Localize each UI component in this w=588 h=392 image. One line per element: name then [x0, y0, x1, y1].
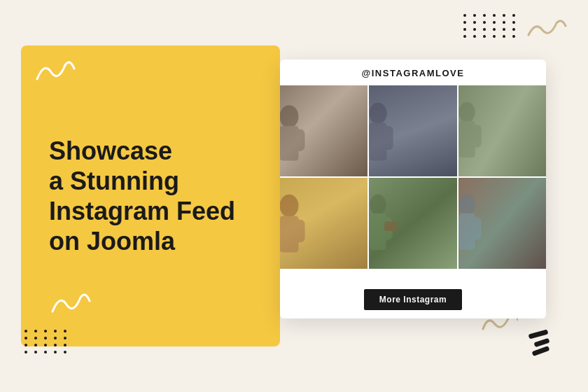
svg-rect-7 [383, 126, 393, 150]
dots-top-right-decoration [463, 14, 518, 38]
svg-rect-23 [458, 217, 463, 239]
svg-rect-15 [294, 220, 304, 242]
squiggle-top-right-icon [525, 18, 567, 42]
page-container: Showcase a Stunning Instagram Feed on Jo… [0, 0, 588, 392]
svg-rect-18 [369, 217, 373, 239]
squiggle-top-left-icon [34, 58, 76, 86]
more-instagram-button[interactable]: More Instagram [364, 289, 462, 310]
photo-cell-5 [369, 178, 456, 269]
photo-cell-2 [369, 85, 456, 176]
svg-point-21 [458, 195, 475, 215]
photo-cell-4 [280, 178, 368, 269]
svg-rect-11 [471, 125, 481, 147]
svg-rect-6 [369, 126, 372, 150]
dots-bottom-left-decoration [24, 330, 69, 354]
svg-point-12 [280, 195, 298, 217]
left-panel: Showcase a Stunning Instagram Feed on Jo… [21, 46, 280, 346]
instagram-feed-card: @INSTAGRAMLOVE [280, 59, 546, 318]
svg-rect-3 [293, 130, 304, 152]
photo-cell-3 [458, 85, 546, 176]
svg-point-8 [458, 102, 475, 122]
svg-rect-2 [280, 130, 284, 152]
svg-point-0 [280, 105, 298, 127]
svg-rect-10 [458, 125, 463, 147]
photo-cell-6 [458, 178, 546, 269]
headline: Showcase a Stunning Instagram Feed on Jo… [49, 136, 235, 257]
dashes-decoration [528, 328, 550, 357]
feed-footer: More Instagram [280, 281, 546, 318]
svg-rect-24 [471, 217, 481, 239]
svg-point-16 [370, 195, 386, 215]
svg-rect-14 [280, 220, 284, 242]
photo-cell-1 [280, 85, 368, 176]
svg-point-4 [369, 103, 386, 125]
instagram-username: @INSTAGRAMLOVE [280, 59, 546, 85]
svg-rect-20 [384, 222, 397, 232]
photo-grid [280, 85, 546, 281]
squiggle-bottom-left-icon [49, 290, 91, 318]
